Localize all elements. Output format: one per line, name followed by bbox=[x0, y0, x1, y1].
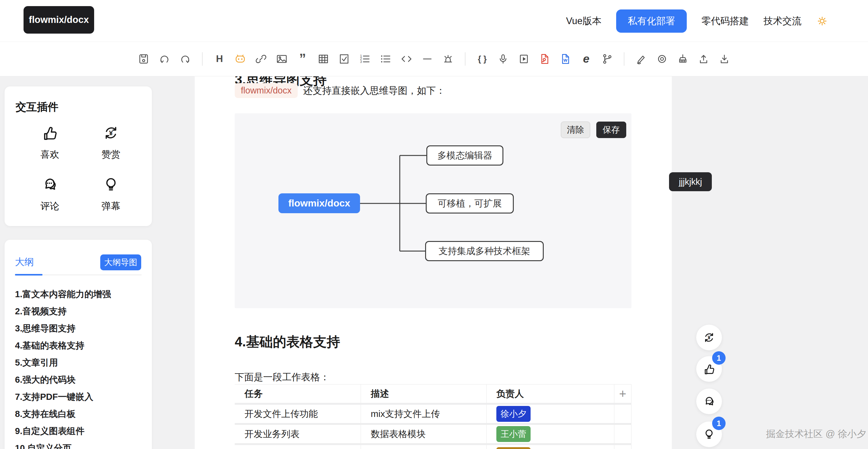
plugin-like[interactable]: 喜欢 bbox=[19, 124, 81, 161]
outline-item[interactable]: 10.自定义分页 bbox=[15, 440, 143, 449]
plugin-comment-label: 评论 bbox=[19, 200, 81, 213]
video-icon[interactable] bbox=[518, 53, 530, 65]
mindmap-child-node[interactable]: 可移植，可扩展 bbox=[426, 193, 514, 214]
emoji-icon[interactable] bbox=[234, 53, 247, 65]
like-count-badge: 1 bbox=[712, 351, 725, 365]
git-branch-icon[interactable] bbox=[600, 53, 613, 65]
table-icon[interactable] bbox=[317, 53, 330, 65]
svg-text:3: 3 bbox=[360, 60, 362, 64]
bulb-icon bbox=[703, 428, 715, 441]
column-header: 负责人 bbox=[487, 385, 614, 403]
plugin-reward[interactable]: ¥ 赞赏 bbox=[81, 124, 142, 161]
upload-icon[interactable] bbox=[697, 53, 710, 65]
download-icon[interactable] bbox=[718, 53, 731, 65]
svg-text:H: H bbox=[216, 54, 223, 64]
outline-item[interactable]: 9.自定义图表组件 bbox=[15, 422, 143, 440]
outline-item[interactable]: 2.音视频支持 bbox=[15, 303, 143, 320]
thumb-up-icon bbox=[703, 362, 715, 375]
mindmap-clear-button[interactable]: 清除 bbox=[561, 122, 590, 138]
check-square-icon[interactable] bbox=[338, 53, 350, 65]
inline-code-chip: flowmix/docx bbox=[235, 83, 298, 98]
float-reward-button[interactable]: ¥ bbox=[696, 325, 722, 350]
float-idea-button[interactable]: 1 bbox=[696, 421, 722, 447]
outline-active-underline bbox=[15, 274, 42, 276]
mindmap-intro: flowmix/docx 还支持直接嵌入思维导图，如下： bbox=[235, 83, 445, 98]
mindmap-canvas[interactable]: 清除 保存 flowmix/docx 多模态编辑器 可移植，可扩展 支持集成多种… bbox=[235, 113, 631, 308]
mindmap-child-node[interactable]: 多模态编辑器 bbox=[426, 146, 503, 165]
outline-map-button[interactable]: 大纲导图 bbox=[100, 254, 141, 270]
float-like-button[interactable]: 1 bbox=[696, 356, 722, 382]
outline-item[interactable]: 4.基础的表格支持 bbox=[15, 337, 143, 354]
work-table: 任务 描述 负责人 + 开发文件上传功能 mix支持文件上传 徐小夕 开发业务列… bbox=[235, 384, 631, 449]
link-icon[interactable] bbox=[255, 53, 268, 65]
plugin-reward-label: 赞赏 bbox=[81, 148, 142, 161]
comments-icon bbox=[41, 176, 58, 193]
table-row[interactable]: 开发业务列表 数据表格模块 王小蕾 bbox=[235, 425, 631, 445]
outline-item[interactable]: 6.强大的代码块 bbox=[15, 371, 143, 388]
mindmap-child-node[interactable]: 支持集成多种技术框架 bbox=[425, 241, 544, 261]
add-column-button[interactable]: + bbox=[619, 387, 626, 401]
minus-icon[interactable] bbox=[421, 53, 434, 65]
pen-icon[interactable] bbox=[635, 53, 648, 65]
comment-tooltip: jjjkjkkj bbox=[669, 172, 712, 191]
nav-item-private-deploy[interactable]: 私有化部署 bbox=[616, 9, 687, 33]
desc-cell: 数据表格模块 bbox=[361, 425, 487, 443]
save-icon[interactable] bbox=[137, 53, 150, 65]
brush-icon[interactable] bbox=[676, 53, 689, 65]
braces-icon[interactable]: { } bbox=[476, 53, 489, 65]
redo-icon[interactable] bbox=[179, 53, 192, 65]
nav-item-community[interactable]: 技术交流 bbox=[764, 15, 801, 28]
nav-links: Vue版本 私有化部署 零代码搭建 技术交流 bbox=[566, 0, 828, 42]
column-header: 描述 bbox=[361, 385, 487, 403]
quote-icon[interactable]: ” bbox=[296, 53, 309, 65]
yen-refresh-icon: ¥ bbox=[102, 124, 120, 141]
plugins-panel-title: 交互插件 bbox=[16, 100, 58, 114]
float-comment-button[interactable] bbox=[696, 388, 722, 414]
code-icon[interactable] bbox=[400, 53, 413, 65]
theme-toggle[interactable] bbox=[816, 15, 828, 27]
pdf-icon[interactable] bbox=[538, 53, 551, 65]
thumb-up-icon bbox=[41, 124, 58, 141]
word-icon[interactable]: W bbox=[559, 53, 572, 65]
svg-text:”: ” bbox=[299, 53, 306, 65]
task-cell: 开发文件上传功能 bbox=[235, 405, 361, 423]
nav-item-vue[interactable]: Vue版本 bbox=[566, 15, 601, 28]
ordered-list-icon[interactable]: 123 bbox=[359, 53, 371, 65]
heading-icon[interactable]: H bbox=[213, 53, 226, 65]
outline-item[interactable]: 3.思维导图支持 bbox=[15, 320, 143, 337]
mic-icon[interactable] bbox=[497, 53, 509, 65]
undo-icon[interactable] bbox=[158, 53, 171, 65]
toolbar-divider bbox=[465, 52, 465, 66]
outline-item[interactable]: 5.文章引用 bbox=[15, 354, 143, 371]
app-logo[interactable]: flowmix/docx bbox=[24, 6, 94, 34]
bulb-icon bbox=[102, 176, 120, 193]
svg-text:¥: ¥ bbox=[109, 129, 113, 137]
preview-icon[interactable] bbox=[656, 53, 669, 65]
desc-cell bbox=[361, 445, 487, 449]
owner-badge bbox=[496, 447, 531, 449]
mindmap-save-button[interactable]: 保存 bbox=[596, 122, 626, 138]
idea-count-badge: 1 bbox=[712, 417, 725, 430]
svg-text:{ }: { } bbox=[478, 54, 487, 64]
svg-text:¥: ¥ bbox=[708, 335, 711, 341]
plugin-danmaku[interactable]: 弹幕 bbox=[81, 176, 142, 213]
nav-item-nocode[interactable]: 零代码搭建 bbox=[702, 15, 749, 28]
outline-item[interactable]: 7.支持PDF一键嵌入 bbox=[15, 388, 143, 405]
outline-item[interactable]: 8.支持在线白板 bbox=[15, 405, 143, 422]
explorer-icon[interactable]: e bbox=[580, 53, 593, 65]
tab-outline[interactable]: 大纲 bbox=[15, 256, 34, 268]
owner-badge: 徐小夕 bbox=[496, 406, 531, 422]
editor-toolbar: H”123{ }We bbox=[0, 42, 868, 76]
comments-icon bbox=[703, 395, 715, 408]
bullet-list-icon[interactable] bbox=[379, 53, 392, 65]
mindmap-root-node[interactable]: flowmix/docx bbox=[278, 193, 360, 213]
table-row[interactable]: 开发文件上传功能 mix支持文件上传 徐小夕 bbox=[235, 405, 631, 425]
outline-list: 1.富文本内容能力的增强2.音视频支持3.思维导图支持4.基础的表格支持5.文章… bbox=[15, 286, 143, 449]
table-row[interactable] bbox=[235, 445, 631, 449]
image-icon[interactable] bbox=[275, 53, 288, 65]
plugin-danmaku-label: 弹幕 bbox=[81, 200, 142, 213]
document-content: 3.思维导图支持 flowmix/docx 还支持直接嵌入思维导图，如下： 清除… bbox=[195, 76, 672, 449]
alarm-icon[interactable] bbox=[442, 53, 455, 65]
plugin-comment[interactable]: 评论 bbox=[19, 176, 81, 213]
outline-item[interactable]: 1.富文本内容能力的增强 bbox=[15, 286, 143, 303]
